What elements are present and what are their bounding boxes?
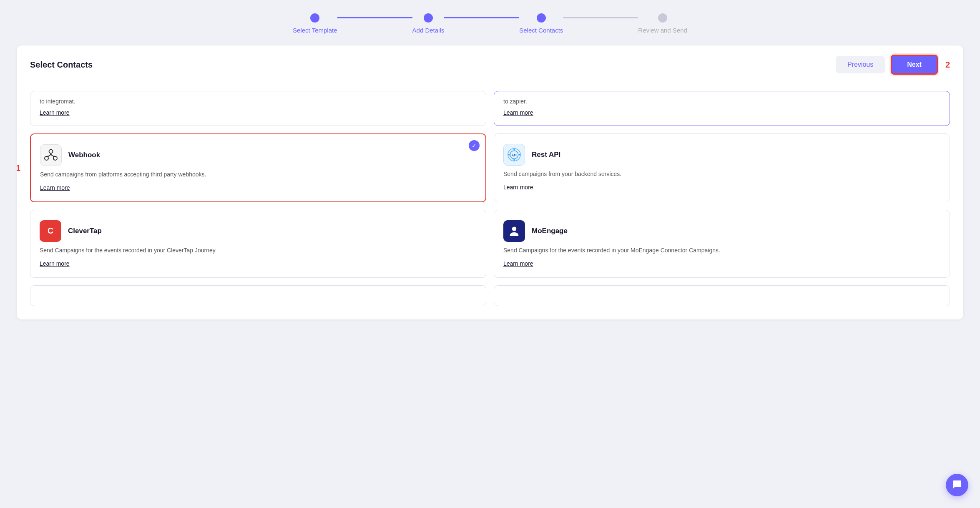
svg-point-1 xyxy=(53,156,57,160)
card-body: to integromat. Learn more to zapier. Lea… xyxy=(17,84,963,319)
svg-text:C: C xyxy=(48,226,53,235)
webhook-header: Webhook xyxy=(40,144,476,166)
check-badge-webhook: ✓ xyxy=(469,140,480,151)
clevertap-header: C CleverTap xyxy=(40,220,477,242)
svg-rect-5 xyxy=(514,148,515,151)
step-line-1 xyxy=(337,17,412,18)
option-card-restapi[interactable]: API Rest API Send campaigns from your ba… xyxy=(494,133,950,202)
next-badge: 2 xyxy=(945,60,950,70)
bottom-partial-left xyxy=(30,285,486,306)
step-dot-2 xyxy=(424,13,433,23)
restapi-header: API Rest API xyxy=(503,144,940,166)
webhook-desc: Send campaigns from platforms accepting … xyxy=(40,170,476,179)
webhook-badge: 1 xyxy=(17,163,20,173)
step-line-2 xyxy=(444,17,519,18)
moengage-icon xyxy=(503,220,525,242)
header-actions: Previous Next 2 xyxy=(836,55,950,75)
moengage-desc: Send Campaigns for the events recorded i… xyxy=(503,246,940,255)
step-line-3 xyxy=(563,17,638,18)
step-label-4: Review and Send xyxy=(638,27,687,34)
step-dot-4 xyxy=(658,13,667,23)
stepper: Select Template Add Details Select Conta… xyxy=(0,0,980,45)
previous-button[interactable]: Previous xyxy=(836,56,885,73)
learn-more-moengage[interactable]: Learn more xyxy=(503,260,533,267)
options-grid: 1 ✓ W xyxy=(30,133,950,278)
step-dot-3 xyxy=(537,13,546,23)
learn-more-zapier[interactable]: Learn more xyxy=(503,109,533,116)
step-select-contacts: Select Contacts xyxy=(519,13,563,34)
webhook-icon xyxy=(40,144,62,166)
step-select-template: Select Template xyxy=(293,13,337,34)
clevertap-icon: C xyxy=(40,220,61,242)
moengage-header: MoEngage xyxy=(503,220,940,242)
step-label-2: Add Details xyxy=(412,27,445,34)
step-review-send: Review and Send xyxy=(638,13,687,34)
bottom-partial-row xyxy=(30,285,950,306)
partial-text-2: to zapier. xyxy=(503,98,940,105)
step-add-details: Add Details xyxy=(412,13,445,34)
option-card-moengage[interactable]: MoEngage Send Campaigns for the events r… xyxy=(494,210,950,278)
svg-point-13 xyxy=(512,227,517,231)
clevertap-name: CleverTap xyxy=(68,227,102,235)
bottom-partial-right xyxy=(494,285,950,306)
moengage-name: MoEngage xyxy=(532,227,568,235)
partial-row: to integromat. Learn more to zapier. Lea… xyxy=(30,91,950,126)
svg-point-2 xyxy=(49,150,53,153)
option-card-webhook[interactable]: 1 ✓ W xyxy=(30,133,486,202)
partial-text-1: to integromat. xyxy=(40,98,477,105)
step-label-3: Select Contacts xyxy=(519,27,563,34)
svg-rect-6 xyxy=(514,159,515,161)
svg-rect-7 xyxy=(508,154,510,156)
clevertap-desc: Send Campaigns for the events recorded i… xyxy=(40,246,477,255)
card-header: Select Contacts Previous Next 2 xyxy=(17,45,963,84)
main-card: Select Contacts Previous Next 2 to integ… xyxy=(17,45,963,319)
option-card-clevertap[interactable]: C CleverTap Send Campaigns for the event… xyxy=(30,210,486,278)
step-label-1: Select Template xyxy=(293,27,337,34)
learn-more-integromat[interactable]: Learn more xyxy=(40,109,70,116)
svg-rect-8 xyxy=(519,154,521,156)
learn-more-clevertap[interactable]: Learn more xyxy=(40,260,70,267)
learn-more-restapi[interactable]: Learn more xyxy=(503,184,533,191)
svg-text:API: API xyxy=(512,154,516,157)
restapi-icon: API xyxy=(503,144,525,166)
learn-more-webhook[interactable]: Learn more xyxy=(40,184,70,191)
svg-point-0 xyxy=(45,156,48,160)
next-button[interactable]: Next xyxy=(891,55,938,75)
card-title: Select Contacts xyxy=(30,60,93,70)
restapi-desc: Send campaigns from your backend service… xyxy=(503,170,940,179)
chat-button[interactable] xyxy=(946,474,968,496)
restapi-name: Rest API xyxy=(532,151,560,159)
step-dot-1 xyxy=(310,13,319,23)
webhook-name: Webhook xyxy=(68,151,100,159)
partial-card-zapier: to zapier. Learn more xyxy=(494,91,950,126)
partial-card-integromat: to integromat. Learn more xyxy=(30,91,486,126)
